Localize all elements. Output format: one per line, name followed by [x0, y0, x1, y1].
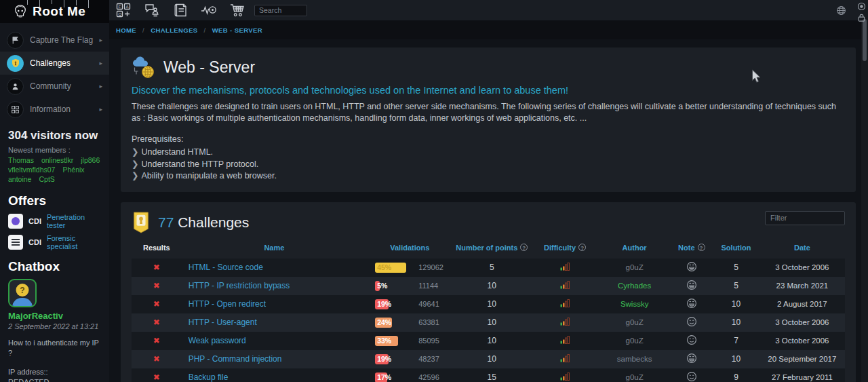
sidebar-item-information[interactable]: Information▸	[0, 98, 109, 121]
failed-cross-icon: ✖	[153, 263, 160, 272]
column-header-validations[interactable]: Validations	[367, 242, 452, 259]
author-link-g0uz[interactable]: g0uZ	[626, 373, 644, 381]
difficulty-cell	[531, 332, 599, 350]
breadcrumb-link-web-server[interactable]: WEB - SERVER	[212, 26, 262, 34]
help-icon[interactable]: ?	[520, 244, 528, 251]
date-cell: 23 March 2021	[760, 277, 845, 295]
column-header-number-of-points[interactable]: Number of points?	[452, 242, 531, 259]
challenge-row: ✖Weak password33%8509510g0uZ73 October 2…	[132, 332, 845, 350]
member-link[interactable]: Phénix	[62, 166, 84, 174]
validation-bar: 5%	[375, 281, 410, 291]
result-cell: ✖	[132, 259, 182, 277]
author-link-g0uz[interactable]: g0uZ	[626, 337, 644, 345]
topbar: FAQ	[109, 0, 868, 20]
column-label: Results	[143, 244, 170, 252]
column-header-solution[interactable]: Solution	[713, 242, 759, 259]
difficulty-cell	[531, 295, 599, 313]
challenge-link-php-command-injection[interactable]: PHP - Command injection	[189, 354, 282, 364]
failed-cross-icon: ✖	[153, 318, 160, 327]
chat-message-line: IP address::	[8, 367, 101, 377]
bullet-arrow: ❯	[132, 171, 138, 180]
validations-cell: 24%63381	[367, 313, 452, 332]
member-link[interactable]: onlinestlkr	[41, 156, 73, 164]
column-header-results[interactable]: Results	[132, 242, 182, 259]
bullet-arrow: ❯	[132, 159, 138, 169]
chat-avatar[interactable]: ?	[8, 279, 37, 307]
column-header-difficulty[interactable]: Difficulty?	[531, 242, 599, 259]
member-link[interactable]: CptS	[39, 175, 54, 183]
support-chat-icon[interactable]	[144, 2, 160, 18]
note-cell	[670, 295, 713, 313]
chat-messages: How to i authenticate my IP ?IP address:…	[8, 338, 101, 382]
prerequisites-list: ❯Understand HTML.❯Understand the HTTP pr…	[132, 147, 845, 183]
sidebar-item-capture-the-flag[interactable]: Capture The Flag▸	[0, 28, 109, 52]
pulse-target-icon[interactable]	[201, 2, 217, 18]
difficulty-bars-icon	[560, 355, 570, 364]
solution-cell: 9	[713, 368, 759, 382]
challenge-row: ✖HTTP - Open redirect19%4964110Swissky10…	[132, 295, 845, 313]
challenge-link-html-source-code[interactable]: HTML - Source code	[189, 263, 263, 272]
author-link-g0uz[interactable]: g0uZ	[626, 263, 644, 271]
help-icon[interactable]: ?	[698, 244, 705, 251]
failed-cross-icon: ✖	[153, 299, 160, 309]
member-link[interactable]: jlp866	[81, 156, 100, 164]
sidebar-item-label: Community	[30, 81, 71, 91]
faq-bricks-icon[interactable]: FAQ	[115, 2, 132, 18]
grin-face-icon	[686, 283, 697, 292]
breadcrumb: HOME/CHALLENGES/WEB - SERVER	[109, 20, 868, 39]
member-link[interactable]: Thomas	[8, 156, 34, 164]
challenge-link-http-ip-restriction-bypass[interactable]: HTTP - IP restriction bypass	[189, 281, 290, 290]
challenge-row: ✖PHP - Command injection19%4823710sambec…	[132, 350, 845, 368]
scrollbar-thumb[interactable]	[863, 19, 867, 61]
author-link-cyrhades[interactable]: Cyrhades	[618, 282, 651, 290]
challenge-link-http-open-redirect[interactable]: HTTP - Open redirect	[189, 299, 266, 309]
offers-title: Offers	[8, 193, 101, 208]
offer-link-penetration-tester[interactable]: Penetration tester	[47, 213, 101, 229]
solution-cell: 10	[713, 313, 759, 332]
column-header-note[interactable]: Note?	[670, 242, 713, 259]
validation-bar: 45%	[375, 263, 410, 273]
sidebar-item-challenges[interactable]: Challenges▸	[0, 52, 109, 75]
lock-icon[interactable]	[857, 13, 866, 22]
member-link[interactable]: vfleltvmfldhs07	[8, 166, 55, 174]
member-link[interactable]: antoine	[8, 175, 31, 183]
breadcrumb-link-challenges[interactable]: CHALLENGES	[151, 26, 197, 34]
docs-book-icon[interactable]	[172, 2, 189, 18]
record-target-icon[interactable]	[857, 2, 866, 11]
difficulty-cell	[531, 368, 599, 382]
validation-bar: 19%	[375, 299, 410, 309]
challenge-link-backup-file[interactable]: Backup file	[189, 373, 229, 382]
help-icon[interactable]: ?	[578, 244, 586, 251]
offer-link-forensic-specialist[interactable]: Forensic specialist	[47, 234, 101, 250]
challenge-link-http-user-agent[interactable]: HTTP - User-agent	[189, 318, 257, 327]
column-header-name[interactable]: Name	[182, 242, 368, 259]
logo[interactable]: Root Me	[0, 0, 109, 23]
challenges-badge-icon	[132, 212, 151, 233]
points-cell: 10	[452, 295, 531, 313]
sidebar-item-community[interactable]: Community▸	[0, 75, 109, 98]
failed-cross-icon: ✖	[153, 281, 160, 290]
avatar-question-mark: ?	[16, 284, 29, 297]
challenge-link-weak-password[interactable]: Weak password	[189, 336, 246, 345]
chat-username-link[interactable]: MajorReactiv	[8, 311, 63, 321]
column-header-date[interactable]: Date	[760, 242, 845, 259]
sidebar: Root Me Capture The Flag▸Challenges▸Comm…	[0, 0, 109, 382]
edge-overlay-icons	[857, 2, 866, 22]
author-link-swissky[interactable]: Swissky	[620, 300, 649, 308]
chat-timestamp: 2 September 2022 at 13:21	[8, 322, 101, 330]
page-scrollbar[interactable]	[861, 0, 868, 382]
validations-cell: 19%48237	[367, 350, 452, 368]
author-link-g0uz[interactable]: g0uZ	[626, 318, 644, 326]
chevron-right-icon: ▸	[99, 60, 102, 66]
validations-count: 48237	[418, 355, 439, 363]
column-header-author[interactable]: Author	[599, 242, 670, 259]
breadcrumb-link-home[interactable]: HOME	[116, 26, 136, 34]
name-cell: Backup file	[182, 368, 368, 382]
prerequisite-item: ❯Understand the HTTP protocol.	[132, 159, 845, 171]
filter-input[interactable]	[765, 211, 845, 225]
difficulty-cell	[531, 259, 599, 277]
language-globe-icon[interactable]	[836, 5, 846, 18]
author-link-sambecks[interactable]: sambecks	[617, 355, 652, 363]
search-input[interactable]	[254, 5, 307, 16]
cart-icon[interactable]	[229, 2, 245, 18]
